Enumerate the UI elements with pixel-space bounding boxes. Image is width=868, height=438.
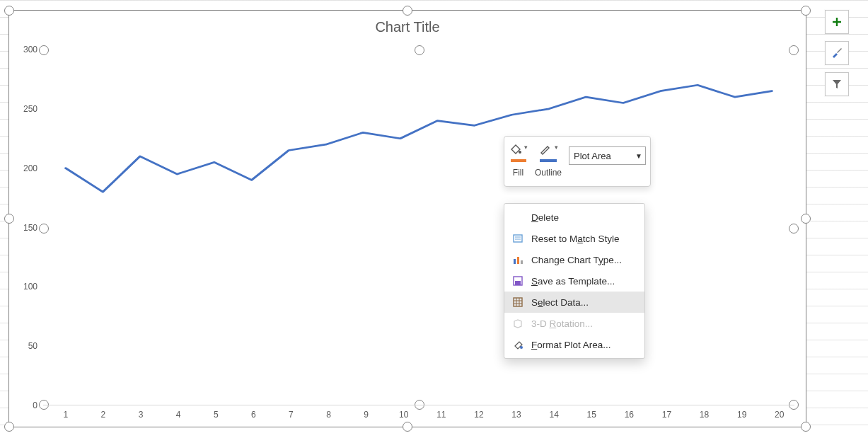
svg-rect-3	[514, 235, 522, 242]
x-tick-1: 1	[64, 410, 69, 420]
menu-item-select-data[interactable]: Select Data...	[504, 292, 644, 313]
chart-elements-button[interactable]	[825, 10, 849, 34]
save-template-icon	[510, 275, 526, 287]
plus-icon	[831, 16, 843, 28]
caret-down-icon: ▾	[555, 144, 558, 151]
paint-bucket-icon	[509, 142, 523, 156]
cube-icon	[510, 318, 526, 329]
menu-item-change-chart-type[interactable]: Change Chart Type...	[504, 249, 644, 270]
caret-down-icon: ▼	[635, 152, 642, 160]
chart-element-selector-value: Plot Area	[574, 151, 611, 161]
y-tick-4: 200	[23, 163, 37, 173]
x-tick-4: 4	[176, 410, 181, 420]
resize-handle-ml[interactable]	[4, 214, 14, 224]
x-tick-6: 6	[251, 410, 256, 420]
x-tick-17: 17	[662, 410, 671, 420]
chart-filter-button[interactable]	[825, 72, 849, 96]
menu-item-format-plot-area[interactable]: Format Plot Area...	[504, 334, 644, 355]
chart-title[interactable]: Chart Title	[9, 19, 806, 35]
resize-handle-tm[interactable]	[403, 6, 412, 16]
funnel-icon	[831, 79, 843, 90]
svg-point-16	[520, 346, 523, 349]
x-tick-10: 10	[399, 410, 408, 420]
mini-format-toolbar: ▾ Fill ▾ Outline Plot Area ▼	[504, 136, 651, 187]
x-tick-20: 20	[775, 410, 784, 420]
menu-item-3d-rotation: 3-D Rotation...	[504, 313, 644, 334]
x-tick-16: 16	[625, 410, 634, 420]
fill-color-swatch	[511, 159, 526, 162]
menu-item-label: Select Data...	[531, 297, 589, 308]
menu-item-save-template[interactable]: Save as Template...	[504, 270, 644, 292]
series-line[interactable]	[43, 50, 794, 405]
y-tick-0: 0	[33, 400, 37, 410]
svg-rect-10	[515, 281, 521, 285]
chart-side-buttons	[825, 10, 849, 96]
y-tick-6: 300	[23, 45, 37, 54]
menu-item-label: 3-D Rotation...	[531, 318, 593, 329]
menu-item-label: Delete	[531, 212, 559, 223]
chart-styles-button[interactable]	[825, 41, 849, 65]
menu-item-label: Format Plot Area...	[531, 340, 611, 350]
format-plot-icon	[510, 339, 526, 350]
x-tick-8: 8	[326, 410, 331, 420]
pencil-icon	[539, 142, 553, 156]
menu-item-delete[interactable]: Delete	[504, 207, 644, 228]
resize-handle-tl[interactable]	[4, 6, 14, 16]
menu-item-label: Save as Template...	[531, 276, 615, 287]
x-tick-14: 14	[549, 410, 558, 420]
svg-point-2	[519, 151, 521, 154]
x-tick-5: 5	[214, 410, 219, 420]
reset-style-icon	[510, 233, 526, 244]
x-tick-12: 12	[474, 410, 483, 420]
outline-color-swatch	[540, 159, 557, 162]
x-tick-9: 9	[364, 410, 369, 420]
x-tick-2: 2	[101, 410, 106, 420]
svg-rect-8	[521, 260, 523, 264]
y-tick-1: 50	[28, 341, 37, 351]
resize-handle-mr[interactable]	[801, 214, 811, 224]
resize-handle-bm[interactable]	[403, 422, 412, 432]
svg-rect-7	[517, 257, 519, 264]
chart-object[interactable]: Chart Title 0 50 100 150 200 250 300 1 2…	[8, 10, 806, 427]
x-tick-11: 11	[436, 410, 446, 420]
y-tick-5: 250	[23, 104, 37, 114]
resize-handle-br[interactable]	[801, 422, 811, 432]
chart-type-icon	[510, 254, 526, 265]
x-tick-3: 3	[139, 410, 144, 420]
svg-rect-11	[514, 298, 522, 306]
fill-split-button[interactable]: ▾ Fill	[509, 139, 528, 178]
outline-label: Outline	[535, 168, 562, 178]
y-tick-3: 150	[23, 223, 37, 233]
svg-rect-6	[514, 259, 516, 264]
chart-element-selector[interactable]: Plot Area ▼	[569, 146, 646, 165]
menu-item-label: Change Chart Type...	[531, 255, 622, 265]
x-tick-7: 7	[289, 410, 294, 420]
menu-item-label: Reset to Match Style	[531, 234, 620, 244]
chart-context-menu: Delete Reset to Match Style Change Chart…	[504, 203, 645, 359]
caret-down-icon: ▾	[524, 144, 528, 151]
outline-split-button[interactable]: ▾ Outline	[535, 139, 562, 178]
x-tick-18: 18	[700, 410, 709, 420]
plot-area[interactable]: 0 50 100 150 200 250 300 1 2 3 4 5 6 7 8…	[43, 50, 794, 405]
fill-label: Fill	[513, 168, 523, 178]
y-tick-2: 100	[23, 282, 37, 292]
x-tick-15: 15	[587, 410, 596, 420]
x-tick-13: 13	[511, 410, 521, 420]
brush-icon	[831, 47, 843, 59]
select-data-icon	[510, 296, 526, 308]
x-tick-19: 19	[737, 410, 746, 420]
resize-handle-bl[interactable]	[4, 422, 14, 432]
menu-item-reset-style[interactable]: Reset to Match Style	[504, 228, 644, 249]
resize-handle-tr[interactable]	[801, 6, 811, 16]
